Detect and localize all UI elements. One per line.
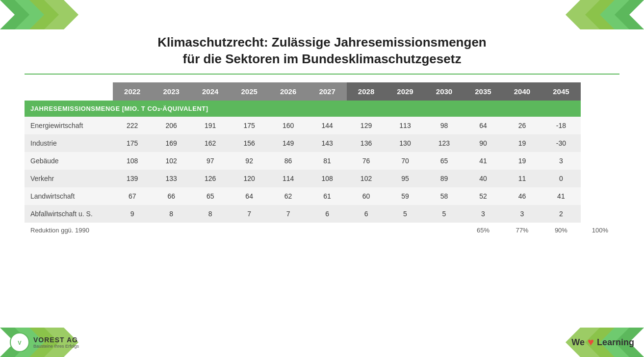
reduction-value xyxy=(308,223,346,238)
heart-icon: ♥ xyxy=(588,336,594,349)
year-2025: 2025 xyxy=(230,82,268,101)
value-cell: 46 xyxy=(503,187,541,205)
we-learning-branding: We ♥ Learning xyxy=(571,336,644,349)
logo-area: V VOREST AG Bausteine Ihres Erfolgs xyxy=(0,332,79,352)
reduction-value xyxy=(191,223,230,238)
value-cell: 0 xyxy=(541,170,580,187)
value-cell: 52 xyxy=(464,187,502,205)
sector-label: Abfallwirtschaft u. S. xyxy=(25,205,113,223)
value-cell: 123 xyxy=(425,134,464,152)
value-cell: 169 xyxy=(152,134,190,152)
year-2029: 2029 xyxy=(386,82,424,101)
value-cell: 108 xyxy=(308,170,346,187)
value-cell: 86 xyxy=(269,152,308,170)
value-cell: 129 xyxy=(347,117,386,134)
value-cell: 144 xyxy=(308,117,346,134)
value-cell: 7 xyxy=(230,205,268,223)
value-cell: 102 xyxy=(347,170,386,187)
year-2023: 2023 xyxy=(152,82,190,101)
year-2045: 2045 xyxy=(541,82,580,101)
logo-text: VOREST AG Bausteine Ihres Erfolgs xyxy=(33,336,79,349)
sector-label: Landwirtschaft xyxy=(25,187,113,205)
value-cell: 191 xyxy=(191,117,230,134)
value-cell: 3 xyxy=(541,152,580,170)
value-cell: 64 xyxy=(464,117,502,134)
year-header-row: 2022 2023 2024 2025 2026 2027 2028 2029 … xyxy=(25,82,619,101)
year-2040: 2040 xyxy=(503,82,541,101)
reduction-value xyxy=(425,223,464,238)
value-cell: 40 xyxy=(464,170,502,187)
reduction-value xyxy=(113,223,152,238)
value-cell: 66 xyxy=(152,187,190,205)
value-cell: 175 xyxy=(113,134,152,152)
sector-label: Energiewirtschaft xyxy=(25,117,113,134)
value-cell: 114 xyxy=(269,170,308,187)
value-cell: 113 xyxy=(386,117,424,134)
value-cell: 41 xyxy=(464,152,502,170)
emissions-table: 2022 2023 2024 2025 2026 2027 2028 2029 … xyxy=(25,82,619,238)
value-cell: 62 xyxy=(269,187,308,205)
value-cell: 7 xyxy=(269,205,308,223)
reduction-value xyxy=(347,223,386,238)
reduction-value xyxy=(269,223,308,238)
value-cell: 6 xyxy=(347,205,386,223)
table-row: Industrie1751691621561491431361301239019… xyxy=(25,134,619,152)
value-cell: 3 xyxy=(503,205,541,223)
year-2028: 2028 xyxy=(347,82,386,101)
value-cell: 67 xyxy=(113,187,152,205)
value-cell: 139 xyxy=(113,170,152,187)
value-cell: 8 xyxy=(152,205,190,223)
value-cell: 59 xyxy=(386,187,424,205)
value-cell: 5 xyxy=(425,205,464,223)
year-2035: 2035 xyxy=(464,82,502,101)
value-cell: 19 xyxy=(503,134,541,152)
value-cell: 98 xyxy=(425,117,464,134)
value-cell: -18 xyxy=(541,117,580,134)
value-cell: 206 xyxy=(152,117,190,134)
empty-header xyxy=(25,82,113,101)
value-cell: 136 xyxy=(347,134,386,152)
value-cell: 90 xyxy=(464,134,502,152)
reduction-value xyxy=(386,223,424,238)
value-cell: 133 xyxy=(152,170,190,187)
data-table-wrapper: 2022 2023 2024 2025 2026 2027 2028 2029 … xyxy=(25,82,619,323)
value-cell: 175 xyxy=(230,117,268,134)
value-cell: 156 xyxy=(230,134,268,152)
value-cell: 143 xyxy=(308,134,346,152)
value-cell: 58 xyxy=(425,187,464,205)
value-cell: 70 xyxy=(386,152,424,170)
year-2030: 2030 xyxy=(425,82,464,101)
divider xyxy=(25,74,619,75)
top-right-decoration xyxy=(566,0,644,29)
value-cell: 41 xyxy=(541,187,580,205)
value-cell: 8 xyxy=(191,205,230,223)
value-cell: 5 xyxy=(386,205,424,223)
value-cell: 126 xyxy=(191,170,230,187)
reduction-label: Reduktion ggü. 1990 xyxy=(25,223,113,238)
main-content: Klimaschutzrecht: Zulässige Jahresemissi… xyxy=(0,29,644,328)
value-cell: 65 xyxy=(191,187,230,205)
we-label: We xyxy=(571,337,585,348)
page-title: Klimaschutzrecht: Zulässige Jahresemissi… xyxy=(25,34,619,68)
reduction-value-100: 100% xyxy=(581,223,619,238)
value-cell: 6 xyxy=(308,205,346,223)
value-cell: 130 xyxy=(386,134,424,152)
green-header-row: Jahresemissionsmenge [Mio. t CO₂-Äquival… xyxy=(25,101,619,117)
value-cell: 97 xyxy=(191,152,230,170)
header-empty xyxy=(347,101,581,117)
value-cell: 11 xyxy=(503,170,541,187)
reduction-value: 90% xyxy=(541,223,580,238)
vorest-logo-icon: V xyxy=(10,332,29,352)
value-cell: 9 xyxy=(113,205,152,223)
value-cell: 3 xyxy=(464,205,502,223)
table-row: Landwirtschaft676665646261605958524641 xyxy=(25,187,619,205)
value-cell: 160 xyxy=(269,117,308,134)
value-cell: 19 xyxy=(503,152,541,170)
value-cell: 65 xyxy=(425,152,464,170)
table-row: Gebäude1081029792868176706541193 xyxy=(25,152,619,170)
value-cell: 76 xyxy=(347,152,386,170)
value-cell: 149 xyxy=(269,134,308,152)
year-2027: 2027 xyxy=(308,82,346,101)
reduction-value: 77% xyxy=(503,223,541,238)
value-cell: 120 xyxy=(230,170,268,187)
